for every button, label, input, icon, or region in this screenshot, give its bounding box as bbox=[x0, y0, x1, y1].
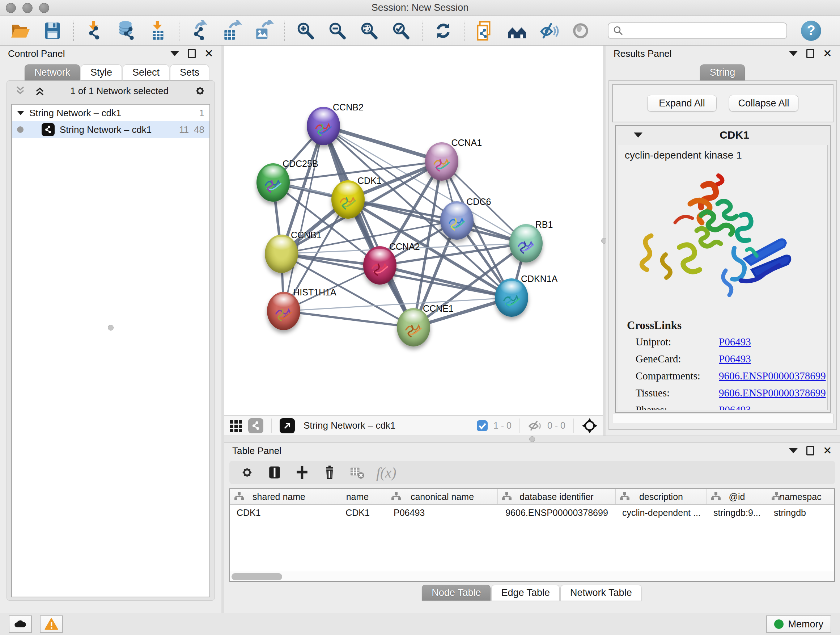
network-edge[interactable] bbox=[324, 126, 414, 327]
tab-sets[interactable]: Sets bbox=[170, 65, 209, 80]
scrollbar-thumb[interactable] bbox=[232, 573, 282, 580]
column-header-label: canonical name bbox=[411, 492, 474, 502]
table-cell[interactable]: 9606.ENSP00000378699 bbox=[498, 505, 616, 520]
table-cell[interactable]: stringdb bbox=[767, 505, 834, 520]
hide-selected-button[interactable] bbox=[535, 19, 563, 42]
network-options-gear-icon[interactable] bbox=[193, 84, 207, 98]
column-header-database-identifier[interactable]: database identifier bbox=[498, 489, 616, 504]
crosslink-link[interactable]: 9606.ENSP00000378699 bbox=[719, 387, 826, 399]
column-header-shared-name[interactable]: shared name bbox=[230, 489, 328, 504]
search-input[interactable] bbox=[627, 25, 782, 36]
tab-network-table[interactable]: Network Table bbox=[561, 585, 642, 600]
zoom-selected-button[interactable] bbox=[387, 19, 415, 42]
tab-string[interactable]: String bbox=[700, 65, 745, 80]
refresh-button[interactable] bbox=[429, 19, 457, 42]
panel-menu-icon[interactable] bbox=[171, 51, 179, 56]
export-table-button[interactable] bbox=[218, 19, 246, 42]
import-network-file-button[interactable] bbox=[80, 19, 109, 42]
close-panel-icon[interactable]: ✕ bbox=[823, 48, 832, 59]
import-network-icon bbox=[84, 20, 105, 41]
column-header-description[interactable]: description bbox=[616, 489, 707, 504]
nested-networks-button[interactable] bbox=[503, 19, 531, 42]
cloud-button[interactable] bbox=[9, 616, 32, 633]
float-panel-icon[interactable] bbox=[188, 49, 196, 58]
column-header-name[interactable]: name bbox=[328, 489, 387, 504]
crosslink-link[interactable]: P06493 bbox=[719, 353, 751, 365]
save-session-button[interactable] bbox=[38, 19, 66, 42]
crosslink-link[interactable]: P06493 bbox=[719, 336, 751, 348]
column-header-canonical-name[interactable]: canonical name bbox=[387, 489, 498, 504]
export-image-button[interactable] bbox=[249, 19, 278, 42]
zoom-in-button[interactable] bbox=[292, 19, 320, 42]
table-cell[interactable]: CDK1 bbox=[328, 505, 387, 520]
left-splitter-handle[interactable] bbox=[108, 325, 114, 331]
column-header--id[interactable]: @id bbox=[707, 489, 767, 504]
protein-expander-icon[interactable] bbox=[634, 133, 643, 138]
open-session-button[interactable] bbox=[6, 19, 35, 42]
close-panel-icon[interactable]: ✕ bbox=[204, 48, 213, 59]
results-horizontal-scrollbar[interactable] bbox=[612, 414, 834, 423]
panel-menu-icon[interactable] bbox=[789, 448, 798, 453]
node-label: CDC25B bbox=[283, 158, 318, 169]
column-header-namespac[interactable]: namespac bbox=[767, 489, 834, 504]
gray-eye-icon bbox=[570, 20, 591, 41]
selected-checkbox-icon[interactable] bbox=[476, 420, 488, 432]
table-cell[interactable]: P06493 bbox=[387, 505, 498, 520]
horizontal-splitter[interactable] bbox=[224, 435, 840, 443]
horizontal-splitter-handle[interactable] bbox=[529, 436, 535, 442]
add-column-icon[interactable] bbox=[294, 464, 310, 481]
birdseye-view-icon[interactable] bbox=[279, 418, 295, 433]
expand-all-button[interactable]: Expand All bbox=[647, 95, 717, 111]
table-gear-icon[interactable] bbox=[239, 464, 256, 481]
float-panel-icon[interactable] bbox=[806, 49, 814, 58]
network-share-view-icon[interactable] bbox=[248, 418, 264, 433]
tab-style[interactable]: Style bbox=[81, 65, 122, 80]
show-columns-icon[interactable] bbox=[266, 464, 283, 481]
show-all-button[interactable] bbox=[567, 19, 595, 42]
expand-all-icon[interactable] bbox=[34, 85, 46, 97]
export-image-icon bbox=[253, 20, 274, 41]
tab-select[interactable]: Select bbox=[123, 65, 169, 80]
network-canvas[interactable]: CCNB2CCNA1CDC25BCDK1CDC6RB1CCNB1CCNA2CDK… bbox=[224, 46, 603, 415]
crosslink-link[interactable]: P06493 bbox=[719, 404, 751, 410]
crosslink-link[interactable]: 9606.ENSP00000378699 bbox=[719, 370, 826, 382]
table-row[interactable]: CDK1CDK1P064939606.ENSP00000378699cyclin… bbox=[230, 505, 834, 520]
delete-table-icon[interactable] bbox=[349, 464, 365, 481]
network-edge[interactable] bbox=[324, 126, 442, 162]
memory-button[interactable]: Memory bbox=[766, 616, 831, 633]
network-edge[interactable] bbox=[284, 126, 324, 311]
table-cell[interactable]: cyclin-dependent ... bbox=[616, 505, 707, 520]
tab-network[interactable]: Network bbox=[25, 65, 80, 80]
delete-column-icon[interactable] bbox=[321, 464, 338, 481]
warnings-button[interactable] bbox=[40, 616, 63, 633]
zoom-window-button[interactable] bbox=[39, 3, 49, 13]
network-edge[interactable] bbox=[284, 311, 414, 327]
copy-network-button[interactable] bbox=[471, 19, 499, 42]
node-table: shared namenamecanonical namedatabase id… bbox=[229, 488, 835, 582]
import-table-file-button[interactable] bbox=[144, 19, 172, 42]
help-button[interactable]: ? bbox=[801, 21, 821, 41]
function-builder-icon[interactable]: f(x) bbox=[376, 464, 396, 481]
collapse-all-button[interactable]: Collapse All bbox=[729, 95, 798, 111]
grid-view-icon[interactable] bbox=[229, 419, 243, 432]
zoom-fit-button[interactable] bbox=[355, 19, 384, 42]
import-network-database-button[interactable] bbox=[112, 19, 141, 42]
close-panel-icon[interactable]: ✕ bbox=[823, 445, 832, 456]
export-network-button[interactable] bbox=[186, 19, 214, 42]
close-window-button[interactable] bbox=[6, 3, 16, 13]
network-collection-row[interactable]: String Network – cdk1 1 bbox=[12, 105, 210, 121]
network-row[interactable]: String Network – cdk1 11 48 bbox=[12, 121, 210, 138]
table-horizontal-scrollbar[interactable] bbox=[230, 572, 834, 581]
float-panel-icon[interactable] bbox=[806, 446, 814, 455]
table-cell[interactable]: stringdb:9... bbox=[707, 505, 767, 520]
zoom-out-button[interactable] bbox=[324, 19, 352, 42]
tree-expander-icon[interactable] bbox=[17, 111, 24, 115]
collapse-all-icon[interactable] bbox=[14, 85, 27, 97]
tab-edge-table[interactable]: Edge Table bbox=[491, 585, 560, 600]
crosshair-icon[interactable] bbox=[582, 418, 598, 434]
table-cell[interactable]: CDK1 bbox=[230, 505, 328, 520]
minimize-window-button[interactable] bbox=[22, 3, 33, 13]
vertical-splitter[interactable] bbox=[603, 46, 606, 435]
tab-node-table[interactable]: Node Table bbox=[422, 585, 491, 600]
panel-menu-icon[interactable] bbox=[789, 51, 798, 56]
